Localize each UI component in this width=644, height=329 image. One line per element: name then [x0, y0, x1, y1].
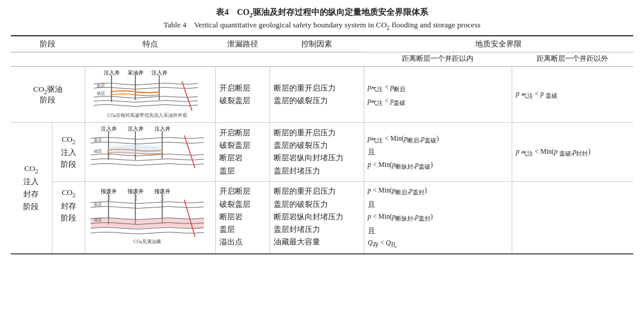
svg-line-6 — [182, 81, 192, 111]
svg-text:╳: ╳ — [160, 194, 165, 201]
main-table: 阶段 特点 泄漏路径 控制因素 地质安全界限 距离断层一个井距以内 距离断层一个… — [11, 35, 633, 254]
svg-text:注入井: 注入井 — [101, 126, 117, 132]
safety1-co2-flooding: p气注 < p断启 p气注 < p盖破 — [364, 67, 512, 123]
col-safety-group-header: 地质安全界限 — [364, 36, 633, 52]
leakpath-co2-storage: 开启断层破裂盖层断层岩盖层溢出点 — [215, 182, 270, 254]
leakpath-co2-flooding: 开启断层破裂盖层 — [215, 67, 270, 123]
svg-text:报废井: 报废井 — [154, 188, 171, 194]
table-title-en: Table 4 Vertical quantitative geological… — [11, 20, 633, 31]
sub-header-row: 距离断层一个井距以内 距离断层一个井距以外 — [11, 52, 633, 67]
svg-text:注入井: 注入井 — [104, 70, 120, 76]
stage-co2-storage: CO2封存阶段 — [52, 182, 85, 254]
diagram-injection: 注入井 注入井 注入井 — [88, 125, 210, 179]
sub-leakpath — [215, 52, 270, 67]
control-co2-flooding: 断层的重开启压力盖层的破裂压力 — [270, 67, 364, 123]
svg-text:注入井: 注入井 — [128, 126, 144, 132]
svg-text:注入井: 注入井 — [154, 126, 171, 132]
svg-point-19 — [107, 145, 164, 154]
safety1-co2-injection: p气注 < Min(p断启,p盖破) 且 p < Min(p断纵封,p盖破) — [364, 123, 512, 182]
svg-text:注入井: 注入井 — [151, 70, 168, 76]
svg-text:储层: 储层 — [94, 218, 102, 222]
outer-stage-co2-injection-storage: CO2注入封存阶段 — [11, 123, 52, 254]
safety2-co2-flooding: p 气注 < p 盖破 — [512, 67, 633, 123]
safety1-co2-storage: p < Min(p断启,p盖封) 且 p < Min(p断纵封,p盖封) 且 Q… — [364, 182, 512, 254]
col-safety1-header: 距离断层一个井距以内 — [364, 52, 512, 67]
stage-co2-flooding: CO2驱油阶段 — [11, 67, 85, 123]
svg-text:储层: 储层 — [94, 149, 102, 154]
diagram-flooding: 注入井 采油井 注入井 — [88, 69, 210, 120]
control-co2-injection: 断层的重开启压力盖层的破裂压力断层岩纵向封堵压力盖层封堵压力 — [270, 123, 364, 182]
svg-text:╳: ╳ — [134, 194, 138, 201]
col-control-header: 控制因素 — [270, 36, 364, 52]
stage-co2-injection: CO2注入阶段 — [52, 123, 85, 182]
sub-feature — [85, 52, 215, 67]
table-row-1: CO2驱油阶段 注入井 采油井 注入井 — [11, 67, 633, 123]
col-safety2-header: 距离断层一个井距以外 — [512, 52, 633, 67]
col-feature-header: 特点 — [85, 36, 215, 52]
header-row: 阶段 特点 泄漏路径 控制因素 地质安全界限 — [11, 36, 633, 52]
svg-text:采油井: 采油井 — [128, 70, 144, 76]
feature-co2-flooding: 注入井 采油井 注入井 — [85, 67, 215, 123]
svg-text:储层: 储层 — [97, 91, 105, 96]
svg-text:╳: ╳ — [107, 194, 111, 201]
table-row-3: CO2封存阶段 报废井 报废井 报废井 ╳ ╳ ╳ — [11, 182, 633, 254]
safety2-co2-injection: p 气注 < Min(p 盖破,p封封) — [512, 123, 633, 182]
svg-text:CO₂沿相对高渗带优先流入采油井井底: CO₂沿相对高渗带优先流入采油井井底 — [107, 113, 187, 118]
table-title-cn: 表4 CO2驱油及封存过程中的纵向定量地质安全界限体系 — [11, 7, 633, 18]
col-stage-header: 阶段 — [11, 36, 85, 52]
table-row-2: CO2注入封存阶段 CO2注入阶段 注入井 注入井 注入井 — [11, 123, 633, 182]
svg-text:报废井: 报废井 — [100, 188, 117, 194]
svg-text:CO₂充满油藏: CO₂充满油藏 — [134, 239, 161, 244]
svg-line-29 — [184, 200, 195, 237]
svg-text:报废井: 报废井 — [127, 188, 144, 194]
sub-stage — [11, 52, 85, 67]
safety2-co2-storage — [512, 182, 633, 254]
svg-text:盖层: 盖层 — [94, 202, 102, 207]
svg-line-16 — [184, 135, 195, 168]
sub-control — [270, 52, 364, 67]
diagram-storage: 报废井 报废井 报废井 ╳ ╳ ╳ — [88, 188, 210, 247]
svg-text:盖层: 盖层 — [97, 83, 105, 88]
control-co2-storage: 断层的重开启压力盖层的破裂压力断层岩纵向封堵压力盖层封堵压力油藏最大容量 — [270, 182, 364, 254]
feature-co2-injection: 注入井 注入井 注入井 — [85, 123, 215, 182]
svg-text:盖层: 盖层 — [94, 138, 102, 142]
col-leakpath-header: 泄漏路径 — [215, 36, 270, 52]
leakpath-co2-injection: 开启断层破裂盖层断层岩盖层 — [215, 123, 270, 182]
feature-co2-storage: 报废井 报废井 报废井 ╳ ╳ ╳ — [85, 182, 215, 254]
